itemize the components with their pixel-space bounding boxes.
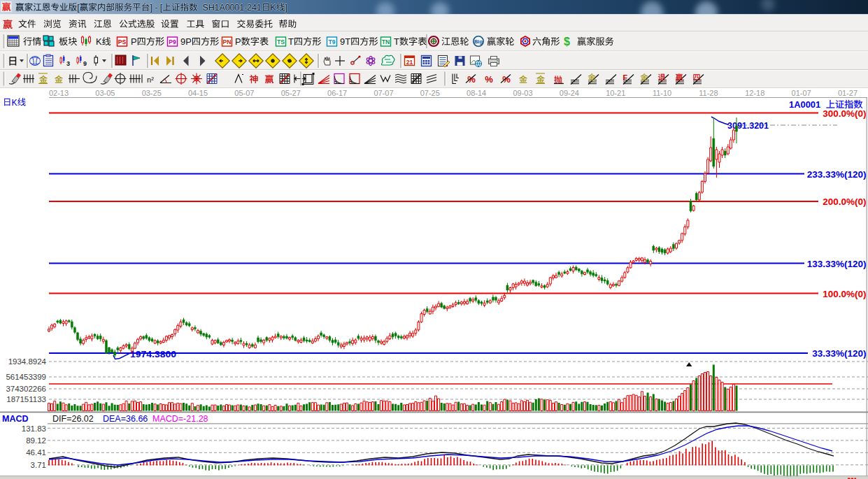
svg-text:01-27: 01-27 — [838, 89, 858, 97]
svg-text:K: K — [96, 36, 102, 47]
svg-text:F: F — [623, 73, 628, 82]
svg-text:04-15: 04-15 — [188, 89, 208, 97]
svg-text:3.71: 3.71 — [31, 461, 46, 469]
svg-text:374302266: 374302266 — [6, 385, 46, 393]
svg-text:200.0%(0): 200.0%(0) — [823, 196, 866, 207]
svg-text:1934.8924: 1934.8924 — [8, 357, 47, 366]
svg-text:9P: 9P — [180, 36, 192, 47]
svg-text:21: 21 — [406, 59, 413, 66]
svg-text:MACD: MACD — [2, 414, 29, 424]
svg-text:3: 3 — [66, 60, 70, 67]
svg-text:03-05: 03-05 — [95, 89, 115, 97]
svg-text:561453399: 561453399 — [6, 373, 46, 381]
svg-text:P: P — [131, 36, 137, 47]
svg-text:TS: TS — [277, 38, 285, 45]
svg-text:$: $ — [564, 36, 570, 48]
svg-text:11-28: 11-28 — [699, 89, 718, 97]
svg-text:SH1A0001-241: SH1A0001-241 — [198, 3, 262, 13]
svg-text:PN: PN — [223, 38, 232, 45]
svg-text:07-25: 07-25 — [420, 89, 440, 97]
svg-text:187151133: 187151133 — [6, 395, 46, 403]
svg-text:100.0%(0): 100.0%(0) — [823, 289, 866, 299]
svg-text:33.33%(120): 33.33%(120) — [812, 348, 866, 359]
svg-text:300.0%(0): 300.0%(0) — [823, 108, 866, 119]
svg-text:233.33%(120): 233.33%(120) — [807, 169, 867, 180]
svg-text:06-17: 06-17 — [327, 89, 347, 97]
svg-text:T: T — [394, 36, 399, 47]
svg-text:03-25: 03-25 — [142, 89, 162, 97]
svg-text:P9: P9 — [169, 38, 176, 45]
svg-text:[: [ — [77, 3, 80, 13]
svg-text:08-14: 08-14 — [467, 89, 486, 97]
svg-text:%: % — [485, 74, 493, 85]
svg-text:131.83: 131.83 — [22, 424, 46, 433]
svg-text:12-18: 12-18 — [745, 89, 764, 97]
svg-text:133.33%(120): 133.33%(120) — [807, 259, 867, 269]
svg-text:1974.3800: 1974.3800 — [130, 349, 176, 359]
svg-text:1A0001: 1A0001 — [789, 99, 825, 110]
svg-text:05-07: 05-07 — [234, 89, 254, 97]
svg-text:09-24: 09-24 — [560, 89, 579, 97]
svg-text:]: ] — [285, 3, 287, 13]
svg-text:MACD=-21.28: MACD=-21.28 — [152, 414, 208, 424]
svg-text:9T: 9T — [340, 36, 350, 47]
svg-text:DIF=26.02: DIF=26.02 — [52, 414, 94, 424]
svg-text:05-27: 05-27 — [281, 89, 301, 97]
svg-text:T: T — [288, 36, 294, 47]
svg-text:n²: n² — [147, 76, 154, 84]
svg-text:TN: TN — [382, 38, 390, 45]
svg-text:PS: PS — [118, 38, 127, 45]
svg-text:P: P — [235, 36, 241, 47]
svg-text:10-21: 10-21 — [606, 89, 625, 97]
svg-text:46.41: 46.41 — [26, 448, 46, 457]
svg-text:K: K — [271, 3, 277, 13]
svg-text:89.12: 89.12 — [26, 436, 46, 445]
svg-text:DEA=36.66: DEA=36.66 — [103, 414, 148, 424]
svg-text:01-07: 01-07 — [792, 89, 811, 97]
svg-text:K: K — [12, 98, 17, 108]
svg-text:07-07: 07-07 — [373, 89, 393, 97]
svg-text:09-03: 09-03 — [513, 89, 532, 97]
svg-text:Big: Big — [474, 38, 483, 45]
svg-text:T9: T9 — [328, 38, 335, 45]
svg-text:] - [: ] - [ — [150, 3, 162, 13]
svg-text:11-10: 11-10 — [653, 89, 671, 97]
svg-text:02-13: 02-13 — [49, 89, 69, 97]
svg-text:9: 9 — [83, 60, 87, 67]
